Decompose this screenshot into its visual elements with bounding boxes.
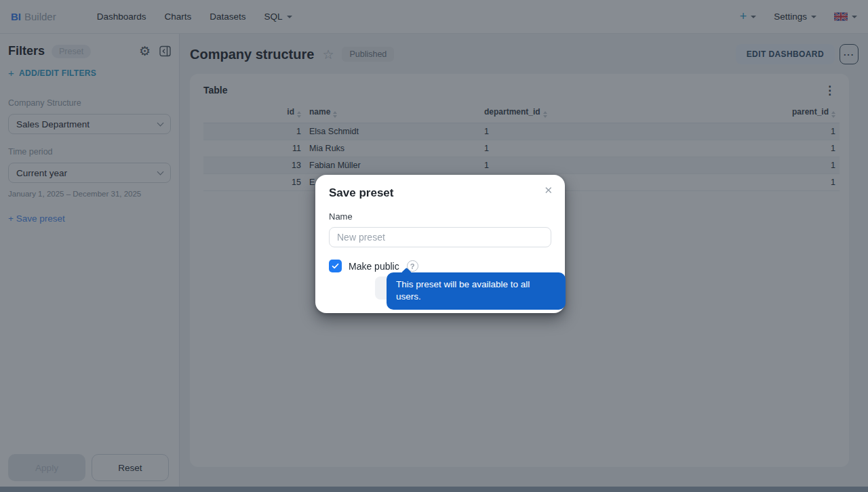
make-public-label: Make public [349, 261, 399, 272]
preset-name-input[interactable] [329, 227, 551, 247]
save-preset-dialog: Save preset ✕ Name Make public ? This pr… [315, 175, 565, 313]
make-public-checkbox[interactable] [329, 260, 342, 272]
checkmark-icon [331, 262, 340, 270]
close-icon[interactable]: ✕ [544, 185, 553, 195]
make-public-tooltip: This preset will be available to all use… [387, 272, 566, 310]
dialog-title: Save preset [329, 186, 551, 200]
name-field-label: Name [329, 211, 551, 222]
